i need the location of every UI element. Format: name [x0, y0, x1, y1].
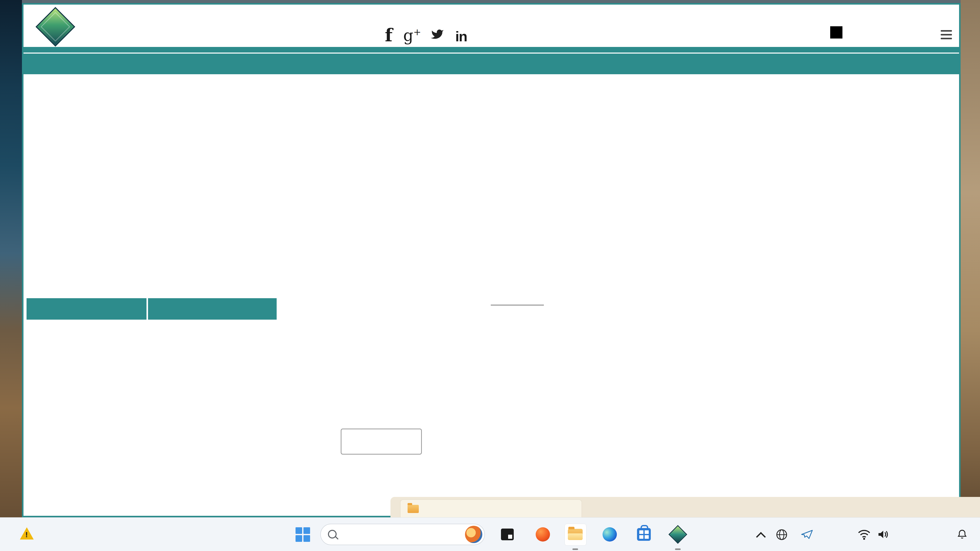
search-icon [328, 530, 337, 538]
microsoft-store-icon[interactable] [635, 525, 653, 544]
menu-icon[interactable] [941, 30, 952, 41]
acrylic-wifi-icon[interactable] [669, 525, 687, 544]
desktop-left-strip [0, 0, 22, 551]
tray-chevron-up-icon[interactable] [756, 532, 765, 541]
edge-browser-icon[interactable] [600, 525, 619, 544]
black-square-swatch [830, 26, 842, 38]
acrylic-wifi-home-window: f g+ in [22, 3, 961, 517]
quality-panel [27, 298, 277, 320]
folder-icon [407, 505, 419, 513]
volume-icon[interactable] [877, 529, 890, 541]
explorer-tab[interactable] [400, 499, 582, 518]
desktop-right-strip [961, 0, 980, 551]
search-doodle-image [465, 526, 482, 543]
warning-icon[interactable]: ! [20, 527, 34, 540]
twitter-icon[interactable] [430, 28, 445, 41]
acrylic-logo-icon [35, 7, 75, 47]
file-explorer-icon[interactable] [566, 525, 584, 544]
wifi-table-header [24, 54, 959, 74]
notification-center-icon[interactable] [956, 529, 968, 541]
google-plus-icon[interactable]: g+ [403, 26, 421, 44]
paper-plane-icon[interactable] [801, 529, 813, 541]
wifi-icon[interactable] [858, 529, 871, 541]
facebook-icon[interactable]: f [385, 24, 393, 46]
wifi-table-body [24, 74, 959, 283]
chart-legend [491, 305, 544, 306]
linkedin-icon[interactable]: in [455, 28, 467, 44]
active-app-indicator [675, 548, 681, 550]
rssi-chart [487, 297, 959, 497]
taskbar: ! [0, 517, 980, 551]
active-app-indicator [573, 548, 578, 550]
globe-icon[interactable] [776, 529, 788, 541]
accent-bar [24, 47, 959, 52]
title-bar: f g+ in [24, 5, 959, 47]
taskbar-dark-app-icon[interactable] [498, 525, 517, 544]
quality-header-status [148, 298, 277, 320]
brave-browser-icon[interactable] [534, 525, 552, 544]
taskbar-search[interactable] [320, 524, 485, 545]
go-pro-button[interactable] [341, 429, 422, 454]
file-explorer-window[interactable] [390, 497, 980, 517]
quality-header-control [27, 298, 146, 320]
start-button[interactable] [296, 527, 310, 542]
